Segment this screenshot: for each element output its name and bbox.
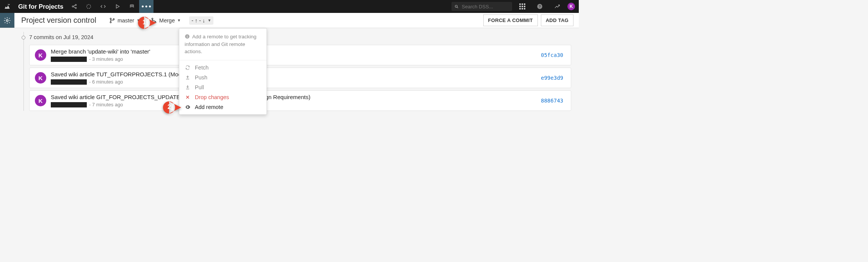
svg-point-12	[110, 22, 111, 23]
upload-icon	[185, 75, 190, 80]
commit-main: Saved wiki article GIT_FOR_PROJECTS_UPDA…	[51, 94, 534, 107]
project-name[interactable]: Git for Projects	[14, 3, 67, 10]
branch-selector[interactable]: master ▼	[107, 16, 143, 25]
commit-avatar: K	[35, 49, 46, 61]
download-icon	[185, 85, 190, 90]
svg-point-13	[113, 19, 114, 20]
settings-gear-icon[interactable]	[0, 13, 14, 28]
commit-row[interactable]: K Merge branch 'update-wiki' into 'maste…	[29, 45, 571, 65]
left-gutter	[0, 28, 14, 117]
commit-time: - 3 minutes ago	[89, 56, 123, 62]
push-pull-label: - ↑ - ↓	[191, 17, 205, 24]
chevron-down-icon: ▼	[177, 18, 181, 22]
gear-icon	[185, 104, 190, 110]
commit-avatar: K	[35, 95, 46, 106]
dropdown-info: Add a remote to get tracking information…	[179, 28, 266, 60]
callout-label: 1	[143, 19, 146, 26]
branch-label: master	[118, 17, 134, 24]
dropdown-item-label: Fetch	[195, 65, 208, 71]
commit-meta: - 3 minutes ago	[51, 56, 534, 62]
redacted-author	[51, 102, 87, 107]
push-pull-button[interactable]: - ↑ - ↓ ▼	[189, 16, 213, 25]
commit-hash[interactable]: 05fca30	[539, 51, 566, 60]
svg-point-3	[87, 5, 91, 9]
stack-icon[interactable]	[125, 0, 139, 13]
force-commit-button[interactable]: FORCE A COMMIT	[483, 14, 538, 26]
commit-hash[interactable]: 8886743	[539, 96, 566, 105]
git-actions-dropdown: Add a remote to get tracking information…	[179, 28, 267, 115]
refresh-icon	[185, 65, 190, 70]
play-icon[interactable]	[110, 0, 125, 13]
dropdown-item-label: Drop changes	[195, 94, 229, 100]
svg-point-6	[149, 5, 151, 7]
commit-meta: - 7 minutes ago	[51, 102, 534, 107]
commit-hash[interactable]: e99e3d9	[539, 73, 566, 82]
top-nav: Git for Projects ?	[0, 0, 579, 13]
info-icon	[185, 34, 190, 39]
logo-icon[interactable]	[0, 0, 14, 13]
search-box[interactable]	[451, 2, 512, 11]
svg-rect-19	[187, 35, 187, 36]
apps-grid-icon[interactable]	[515, 0, 530, 13]
commit-row[interactable]: K Saved wiki article TUT_GITFORPROJECTS.…	[29, 68, 571, 88]
commit-meta: - 6 minutes ago	[51, 79, 534, 85]
commit-main: Merge branch 'update-wiki' into 'master'…	[51, 48, 534, 62]
dropdown-pull[interactable]: Pull	[179, 82, 266, 92]
commit-time: - 7 minutes ago	[89, 102, 123, 107]
top-nav-left: Git for Projects	[0, 0, 154, 13]
trend-icon[interactable]	[550, 0, 564, 13]
dropdown-drop-changes[interactable]: Drop changes	[179, 92, 266, 102]
commit-row[interactable]: K Saved wiki article GIT_FOR_PROJECTS_UP…	[29, 90, 571, 111]
redacted-author	[51, 79, 87, 85]
merge-label: Merge	[159, 17, 175, 24]
dropdown-info-text: Add a remote to get tracking information…	[185, 34, 257, 54]
search-input[interactable]	[462, 4, 509, 9]
search-icon	[454, 4, 459, 9]
user-avatar[interactable]: K	[567, 3, 575, 10]
sub-header-right: FORCE A COMMIT ADD TAG	[483, 14, 579, 26]
dropdown-add-remote[interactable]: Add remote	[179, 102, 266, 112]
svg-point-11	[110, 18, 111, 19]
dropdown-fetch[interactable]: Fetch	[179, 63, 266, 73]
page-body: 7 commits on Jul 19, 2024 K Merge branch…	[0, 28, 579, 117]
chevron-down-icon: ▼	[207, 18, 211, 22]
commit-avatar: K	[35, 72, 46, 84]
commit-message: Saved wiki article GIT_FOR_PROJECTS_UPDA…	[51, 94, 534, 100]
svg-point-5	[146, 5, 147, 7]
content: 7 commits on Jul 19, 2024 K Merge branch…	[14, 28, 579, 117]
svg-point-4	[142, 5, 144, 7]
code-icon[interactable]	[96, 0, 110, 13]
commit-time: - 6 minutes ago	[89, 79, 123, 85]
dropdown-item-label: Add remote	[195, 104, 223, 110]
dropdown-push[interactable]: Push	[179, 73, 266, 82]
svg-rect-18	[187, 36, 187, 38]
callout-marker-2: 2	[163, 101, 181, 114]
dropdown-items: Fetch Push Pull Drop changes Add remote	[179, 60, 266, 114]
page-title: Project version control	[14, 16, 103, 25]
commit-message: Merge branch 'update-wiki' into 'master'	[51, 48, 534, 55]
sub-controls: master ▼ Merge ▼ - ↑ - ↓ ▼	[107, 16, 213, 25]
callout-marker-1: 1	[138, 17, 156, 29]
redacted-author	[51, 57, 87, 62]
add-tag-button[interactable]: ADD TAG	[541, 14, 573, 26]
share-icon[interactable]	[67, 0, 81, 13]
help-icon[interactable]: ?	[533, 0, 547, 13]
dropdown-item-label: Push	[195, 74, 207, 80]
commit-message: Saved wiki article TUT_GITFORPROJECTS.1 …	[51, 71, 534, 77]
more-menu-button[interactable]	[139, 0, 154, 13]
circle-dashed-icon[interactable]	[81, 0, 96, 13]
svg-text:?: ?	[539, 5, 541, 8]
branch-icon	[109, 17, 115, 24]
close-icon	[185, 95, 190, 99]
commit-main: Saved wiki article TUT_GITFORPROJECTS.1 …	[51, 71, 534, 85]
svg-point-10	[6, 19, 8, 21]
commit-timeline: 7 commits on Jul 19, 2024 K Merge branch…	[24, 32, 571, 111]
svg-point-7	[455, 5, 458, 7]
callout-label: 2	[168, 104, 171, 110]
dropdown-item-label: Pull	[195, 84, 204, 90]
top-nav-right: ? K	[451, 0, 579, 13]
commits-date-header: 7 commits on Jul 19, 2024	[24, 33, 571, 43]
sub-header: Project version control master ▼ Merge ▼…	[0, 13, 579, 28]
